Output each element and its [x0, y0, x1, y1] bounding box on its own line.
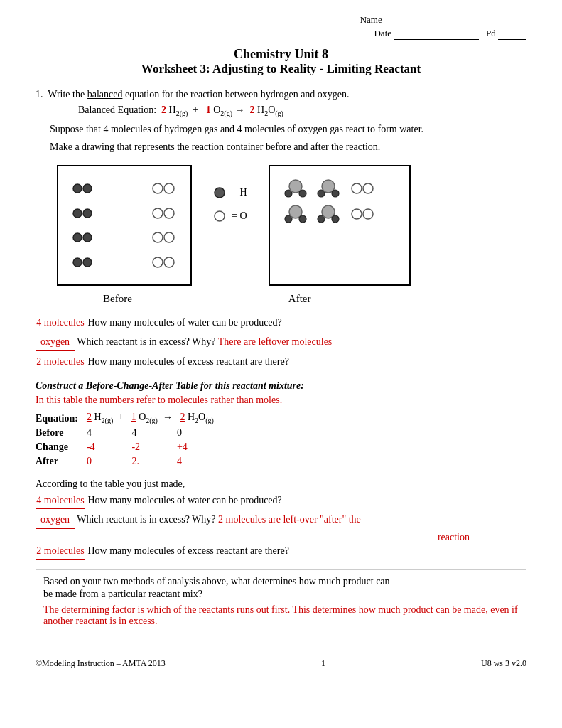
conclusion-block: Based on your two methods of analysis ab…	[36, 569, 526, 633]
svg-point-2	[153, 183, 163, 193]
o2-leftover-2	[351, 208, 375, 220]
svg-point-25	[363, 183, 373, 193]
q1-text: 1. Write the balanced equation for the r…	[36, 89, 526, 100]
footer: ©Modeling Instruction – AMTA 2013 1 U8 w…	[36, 655, 526, 669]
svg-point-28	[299, 215, 306, 223]
svg-point-31	[332, 215, 339, 223]
qa2-intro: According to the table you just made,	[36, 478, 526, 490]
bca-section: Construct a Before-Change-After Table fo…	[36, 380, 526, 469]
qa-q2: oxygen Which reactant is in excess? Why?…	[36, 334, 526, 350]
bca-table: Equation: 2 H2(g) + 1 O2(g) → 2 H2O(g) B…	[36, 410, 232, 469]
o-atom-legend	[213, 210, 226, 223]
legend-o: = O	[213, 210, 247, 223]
svg-point-8	[73, 233, 82, 242]
h2-molecule-4	[72, 257, 94, 268]
qa-q3: 2 molecules How many molecules of excess…	[36, 354, 526, 370]
h2-molecule-1	[72, 183, 94, 194]
qa-block-2: According to the table you just made, 4 …	[36, 478, 526, 560]
bca-before-values: 4 4 0	[87, 426, 232, 440]
bca-before-label: Before	[36, 426, 87, 440]
svg-point-3	[164, 183, 174, 193]
svg-point-33	[363, 209, 373, 219]
conclusion-q2: be made from a particular reactant mix?	[43, 589, 519, 600]
svg-point-10	[153, 232, 163, 242]
svg-point-15	[164, 257, 174, 267]
svg-point-23	[332, 190, 339, 197]
legend-h: = H	[213, 186, 247, 199]
svg-point-4	[73, 209, 82, 218]
title-block: Chemistry Unit 8 Worksheet 3: Adjusting …	[36, 47, 526, 76]
bca-change-values: -4 -2 +4	[87, 440, 232, 454]
svg-point-7	[164, 208, 174, 218]
title-line2: Worksheet 3: Adjusting to Reality - Limi…	[36, 62, 526, 76]
qa2-q3: 2 molecules How many molecules of excess…	[36, 543, 526, 560]
bca-heading: Construct a Before-Change-After Table fo…	[36, 380, 526, 392]
bca-subheading: In this table the numbers refer to molec…	[36, 395, 526, 406]
label-after: After	[288, 293, 311, 305]
h2o-mol-1	[283, 178, 310, 199]
h2-molecule-2	[72, 208, 94, 219]
conclusion-q1: Based on your two methods of analysis ab…	[43, 576, 519, 587]
svg-point-32	[352, 209, 362, 219]
footer-center: 1	[321, 658, 325, 669]
svg-point-24	[352, 183, 362, 193]
before-diagram-box	[57, 165, 192, 286]
bca-eq-label: Equation:	[36, 410, 87, 426]
bca-after-label: After	[36, 454, 87, 469]
svg-point-11	[164, 232, 174, 242]
o2-molecule-3	[152, 231, 176, 244]
label-before: Before	[103, 293, 132, 305]
o2-molecule-2	[152, 207, 176, 220]
question-1: 1. Write the balanced equation for the r…	[36, 89, 526, 633]
bca-after-values: 0 2. 4	[87, 454, 232, 469]
bca-change-label: Change	[36, 440, 87, 454]
qa-q1: 4 molecules How many molecules of water …	[36, 315, 526, 331]
diagram-labels: Before After	[103, 293, 526, 305]
o2-molecule-4	[152, 256, 176, 269]
h2o-mol-4	[315, 203, 342, 225]
qa2-q2-continuation: reaction	[36, 532, 526, 543]
after-diagram-box	[269, 165, 411, 286]
svg-point-13	[83, 258, 92, 267]
h2-molecule-3	[72, 232, 94, 243]
svg-point-16	[215, 188, 225, 198]
balanced-equation: Balanced Equation: 2 H2(g) + 1 O2(g) → 2…	[78, 105, 526, 117]
qa-block-1: 4 molecules How many molecules of water …	[36, 315, 526, 370]
title-line1: Chemistry Unit 8	[36, 47, 526, 62]
desc1: Suppose that 4 molecules of hydrogen gas…	[50, 122, 526, 136]
qa2-q1: 4 molecules How many molecules of water …	[36, 493, 526, 509]
h-atom-legend	[213, 186, 226, 199]
conclusion-answer: The determining factor is which of the r…	[43, 604, 519, 627]
desc3: Make a drawing that represents the react…	[50, 139, 526, 154]
header-name: Name	[36, 14, 526, 26]
svg-point-5	[83, 209, 92, 218]
svg-point-9	[83, 233, 92, 242]
qa2-q2: oxygen Which reactant is in excess? Why?…	[36, 512, 526, 528]
header-date: Date Pd	[36, 28, 526, 40]
o2-leftover-1	[351, 182, 375, 195]
h2o-mol-3	[283, 203, 310, 225]
footer-left: ©Modeling Instruction – AMTA 2013	[36, 658, 166, 669]
svg-point-6	[153, 208, 163, 218]
svg-point-1	[83, 184, 92, 193]
svg-point-14	[153, 257, 163, 267]
footer-right: U8 ws 3 v2.0	[481, 658, 526, 669]
svg-point-12	[73, 258, 82, 267]
o2-molecule-1	[152, 182, 176, 195]
svg-point-17	[215, 211, 225, 221]
h2o-mol-2	[315, 178, 342, 199]
legend: = H = O	[206, 165, 254, 244]
svg-point-0	[73, 184, 82, 193]
svg-point-20	[299, 190, 306, 197]
bca-eq-formula: 2 H2(g) + 1 O2(g) → 2 H2O(g)	[87, 410, 232, 426]
